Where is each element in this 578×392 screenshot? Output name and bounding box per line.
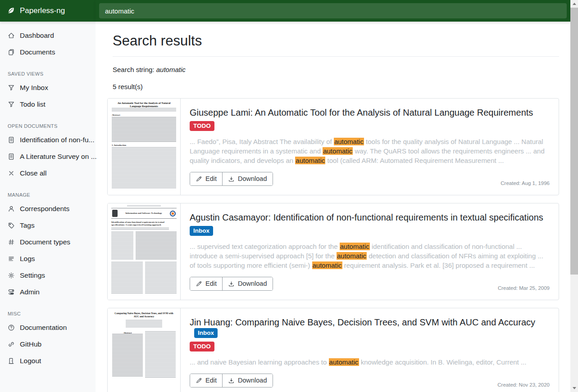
sidebar-item-close-all[interactable]: Close all — [0, 165, 96, 181]
result-actions: Edit Download — [190, 374, 273, 387]
vertical-scrollbar — [570, 0, 578, 392]
sidebar-item-admin[interactable]: Admin — [0, 284, 96, 300]
download-icon — [228, 176, 235, 182]
result-actions: Edit Download — [190, 172, 273, 186]
tag-badges: TODO — [190, 342, 550, 351]
sidebar-item-settings[interactable]: Settings — [0, 267, 96, 284]
elsevier-logo — [112, 210, 118, 217]
sidebar-item-label: Logs — [20, 254, 35, 263]
sidebar-nav: DashboardDocumentsSAVED VIEWSMy InboxTod… — [0, 22, 96, 369]
created-date: Created: Nov 23, 2020 — [497, 382, 550, 387]
person-icon — [8, 205, 15, 212]
download-button[interactable]: Download — [222, 172, 273, 185]
sidebar-section-title: MANAGE — [0, 192, 96, 198]
toggles-icon — [8, 288, 15, 296]
thumbnail-text-lines — [111, 262, 143, 294]
search-result-card: An Automatic Tool for the Analysis of Na… — [107, 98, 559, 195]
document-thumbnail[interactable]: Comparing Naive Bayes, Decision Trees, a… — [108, 308, 181, 392]
logs-icon — [8, 255, 15, 262]
sidebar-item-document-types[interactable]: Document types — [0, 234, 96, 250]
app-brand[interactable]: Paperless-ng — [0, 0, 96, 22]
tag-badge-todo[interactable]: TODO — [190, 342, 214, 351]
sidebar-item-label: Document types — [20, 237, 70, 247]
search-highlight: automatic — [295, 157, 325, 164]
thumbnail-text-lines — [112, 108, 176, 112]
close-icon — [8, 170, 15, 177]
sidebar-item-logout[interactable]: Logout — [0, 352, 96, 369]
triangle-up-icon — [573, 3, 576, 5]
document-thumbnail[interactable]: An Automatic Tool for the Analysis of Na… — [108, 99, 181, 195]
divider — [113, 56, 559, 57]
hash-icon — [8, 239, 15, 246]
journal-name: Information and Software Technology — [119, 212, 168, 215]
result-title[interactable]: Jin Huang: Comparing Naive Bayes, Decisi… — [190, 317, 550, 338]
sidebar-item-label: Settings — [20, 270, 45, 280]
search-string-label: Search string: — [113, 66, 155, 73]
result-body: Jin Huang: Comparing Naive Bayes, Decisi… — [181, 308, 559, 392]
created-date: Created: Aug 1, 1996 — [501, 180, 550, 186]
edit-label: Edit — [205, 376, 217, 385]
thumbnail-text-lines — [112, 334, 143, 377]
document-thumbnail[interactable]: Information and Software TechnologyIdent… — [108, 203, 181, 300]
sidebar-item-label: GitHub — [20, 339, 41, 349]
home-icon — [8, 32, 15, 39]
sidebar-item-logs[interactable]: Logs — [0, 250, 96, 267]
sidebar-item-label: Documentation — [20, 323, 67, 332]
sidebar-item-todo-list[interactable]: Todo list — [0, 96, 96, 113]
edit-label: Edit — [205, 175, 217, 183]
result-snippet: ... supervised text categorization appro… — [190, 242, 550, 270]
download-icon — [228, 280, 235, 287]
tag-badge-inbox[interactable]: Inbox — [190, 226, 213, 236]
created-date: Created: Mar 25, 2009 — [498, 285, 550, 291]
sidebar-item-correspondents[interactable]: Correspondents — [0, 200, 96, 217]
result-title[interactable]: Agustin Casamayor: Identification of non… — [190, 212, 550, 223]
journal-logo — [170, 211, 176, 216]
results-list: An Automatic Tool for the Analysis of Na… — [107, 98, 559, 392]
edit-button[interactable]: Edit — [190, 277, 222, 290]
search-input[interactable] — [99, 3, 567, 18]
sidebar-section-title: SAVED VIEWS — [0, 71, 96, 77]
door-icon — [8, 357, 15, 365]
sidebar-section-title: MISC — [0, 311, 96, 316]
link-icon — [8, 341, 15, 348]
sidebar-item-dashboard[interactable]: Dashboard — [0, 27, 96, 44]
sidebar-item-label: A Literature Survey on ... — [20, 152, 97, 161]
tag-badges: TODO — [190, 121, 550, 131]
download-label: Download — [238, 175, 267, 183]
sidebar-section-title: OPEN DOCUMENTS — [0, 123, 96, 129]
sidebar-item-tags[interactable]: Tags — [0, 217, 96, 234]
files-icon — [8, 49, 15, 56]
thumbnail-heading: Abstract — [112, 114, 176, 116]
result-title[interactable]: Giuseppe Lami: An Automatic Tool for the… — [190, 107, 550, 118]
sidebar-item-documentation[interactable]: Documentation — [0, 319, 96, 336]
download-label: Download — [238, 376, 267, 385]
download-label: Download — [238, 279, 267, 288]
thumbnail-heading: 1. Introduction — [112, 144, 176, 146]
edit-button[interactable]: Edit — [190, 172, 222, 185]
tag-badge-todo[interactable]: TODO — [190, 121, 214, 131]
sidebar-item-label: Dashboard — [20, 31, 54, 40]
download-button[interactable]: Download — [222, 374, 273, 387]
result-body: Agustin Casamayor: Identification of non… — [181, 203, 559, 300]
thumbnail-page: An Automatic Tool for the Analysis of Na… — [108, 99, 180, 195]
thumbnail-text-lines — [111, 228, 169, 230]
edit-button[interactable]: Edit — [190, 374, 222, 387]
scrollbar-thumb[interactable] — [570, 8, 578, 275]
result-actions: Edit Download — [190, 277, 273, 291]
sidebar-item-identification-of-non-fu[interactable]: Identification of non-fu... — [0, 131, 96, 148]
scroll-up-button[interactable] — [570, 0, 578, 8]
sidebar-item-a-literature-survey-on[interactable]: A Literature Survey on ... — [0, 148, 96, 165]
tag-badge-inbox[interactable]: Inbox — [194, 328, 218, 338]
sidebar-item-label: Close all — [20, 168, 46, 178]
thumbnail-text-lines — [112, 117, 176, 142]
file-text-icon — [8, 153, 15, 160]
result-count: 5 result(s) — [113, 83, 559, 90]
sidebar-item-label: Todo list — [20, 99, 46, 109]
scroll-down-button[interactable] — [570, 384, 578, 392]
sidebar-item-documents[interactable]: Documents — [0, 44, 96, 60]
result-body: Giuseppe Lami: An Automatic Tool for the… — [181, 99, 559, 195]
sidebar-item-my-inbox[interactable]: My Inbox — [0, 79, 96, 96]
thumbnail-page: Information and Software TechnologyIdent… — [108, 203, 180, 300]
download-button[interactable]: Download — [222, 277, 273, 290]
sidebar-item-github[interactable]: GitHub — [0, 336, 96, 352]
